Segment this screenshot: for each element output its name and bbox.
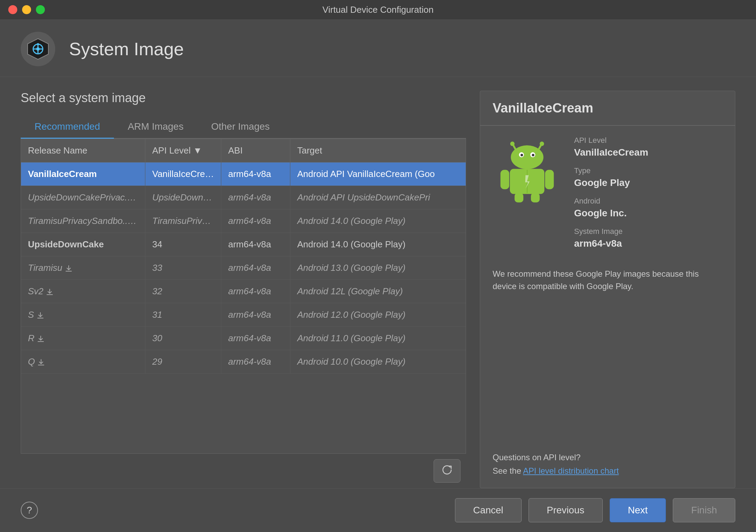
download-icon-6[interactable] [34, 309, 44, 320]
cell-abi-5: arm64-v8a [221, 280, 290, 303]
cell-release-5: Sv2 [21, 280, 145, 303]
type-label: Type [574, 166, 723, 175]
cell-abi-1: arm64-v8a [221, 186, 290, 209]
close-button[interactable] [8, 5, 17, 14]
tab-other-images[interactable]: Other Images [197, 116, 284, 139]
svg-point-4 [36, 47, 40, 51]
refresh-button[interactable] [434, 459, 461, 483]
svg-rect-26 [531, 193, 540, 202]
cell-api-2: TiramisuPrivacyS [145, 209, 221, 233]
finish-button: Finish [673, 498, 735, 522]
footer-right: Cancel Previous Next Finish [455, 498, 735, 522]
next-button[interactable]: Next [610, 498, 666, 522]
maximize-button[interactable] [36, 5, 45, 14]
cancel-button[interactable]: Cancel [455, 498, 522, 522]
cell-api-4: 33 [145, 256, 221, 279]
download-icon-4[interactable] [62, 263, 72, 273]
api-link-section: Questions on API level? See the API leve… [480, 451, 735, 488]
cell-target-3: Android 14.0 (Google Play) [290, 233, 466, 256]
table-row[interactable]: VanillaIceCreamVanillaIceCreamarm64-v8aA… [21, 162, 466, 186]
api-distribution-link[interactable]: API level distribution chart [523, 466, 619, 475]
svg-point-17 [511, 145, 544, 169]
cell-api-6: 31 [145, 303, 221, 326]
titlebar: Virtual Device Configuration [0, 0, 756, 19]
page-title: System Image [69, 39, 184, 59]
cell-api-5: 32 [145, 280, 221, 303]
download-icon-1[interactable] [132, 192, 142, 203]
android-label: Android [574, 197, 723, 206]
cell-abi-2: arm64-v8a [221, 209, 290, 233]
cell-target-1: Android API UpsideDownCakePri [290, 186, 466, 209]
see-text: See the [493, 466, 521, 475]
cell-api-7: 30 [145, 327, 221, 350]
cell-target-6: Android 12.0 (Google Play) [290, 303, 466, 326]
cell-abi-6: arm64-v8a [221, 303, 290, 326]
recommendation-text: We recommend these Google Play images be… [480, 268, 735, 451]
cell-abi-8: arm64-v8a [221, 350, 290, 373]
table-row[interactable]: S 31arm64-v8aAndroid 12.0 (Google Play) [21, 303, 466, 327]
tab-bar: Recommended ARM Images Other Images [21, 116, 466, 139]
table-header: Release Name API Level ▼ ABI Target [21, 139, 466, 162]
info-section: API Level VanillaIceCream Type Google Pl… [574, 136, 723, 257]
right-panel-body: API Level VanillaIceCream Type Google Pl… [480, 126, 735, 268]
app-icon [21, 32, 55, 66]
previous-button[interactable]: Previous [529, 498, 603, 522]
help-button[interactable]: ? [21, 502, 38, 519]
cell-target-4: Android 13.0 (Google Play) [290, 256, 466, 279]
android-robot [493, 136, 562, 257]
table-row[interactable]: UpsideDownCake34arm64-v8aAndroid 14.0 (G… [21, 233, 466, 256]
minimize-button[interactable] [22, 5, 31, 14]
page-header: System Image [0, 19, 756, 77]
table-row[interactable]: R 30arm64-v8aAndroid 11.0 (Google Play) [21, 327, 466, 350]
tab-arm-images[interactable]: ARM Images [114, 116, 197, 139]
cell-release-1: UpsideDownCakePrivac... [21, 186, 145, 209]
content-area: Select a system image Recommended ARM Im… [0, 77, 756, 488]
system-image-label: System Image [574, 227, 723, 236]
table-row[interactable]: Sv2 32arm64-v8aAndroid 12L (Google Play) [21, 280, 466, 303]
svg-point-15 [510, 141, 515, 146]
questions-text: Questions on API level? [493, 453, 581, 462]
svg-point-16 [540, 141, 544, 146]
tab-recommended[interactable]: Recommended [21, 116, 114, 139]
footer-left: ? [21, 502, 38, 519]
cell-target-5: Android 12L (Google Play) [290, 280, 466, 303]
svg-rect-24 [545, 170, 554, 189]
cell-api-8: 29 [145, 350, 221, 373]
cell-release-0: VanillaIceCream [21, 162, 145, 186]
table-row[interactable]: Tiramisu 33arm64-v8aAndroid 13.0 (Google… [21, 256, 466, 280]
footer: ? Cancel Previous Next Finish [0, 488, 756, 532]
cell-release-6: S [21, 303, 145, 326]
download-icon-5[interactable] [43, 286, 54, 296]
cell-target-2: Android 14.0 (Google Play) [290, 209, 466, 233]
svg-point-21 [532, 154, 534, 156]
right-panel-header: VanillaIceCream [480, 91, 735, 126]
cell-abi-3: arm64-v8a [221, 233, 290, 256]
section-title: Select a system image [21, 91, 466, 105]
cell-target-0: Android API VanillaIceCream (Goo [290, 162, 466, 186]
android-robot-svg [494, 136, 560, 205]
table-row[interactable]: Q 29arm64-v8aAndroid 10.0 (Google Play) [21, 350, 466, 374]
cell-api-3: 34 [145, 233, 221, 256]
download-icon-8[interactable] [35, 356, 45, 367]
download-icon-2[interactable] [130, 216, 140, 226]
table-row[interactable]: UpsideDownCakePrivac... UpsideDownCakarm… [21, 186, 466, 209]
cell-abi-0: arm64-v8a [221, 162, 290, 186]
svg-point-20 [521, 154, 523, 156]
table-footer [21, 454, 466, 488]
api-level-label: API Level [574, 136, 723, 145]
api-level-value: VanillaIceCream [574, 147, 723, 158]
svg-point-5 [37, 43, 39, 45]
cell-release-2: TiramisuPrivacySandbo... [21, 209, 145, 233]
download-icon-7[interactable] [35, 333, 45, 343]
system-image-table: Release Name API Level ▼ ABI Target Vani… [21, 139, 466, 454]
cell-abi-7: arm64-v8a [221, 327, 290, 350]
cell-api-0: VanillaIceCream [145, 162, 221, 186]
cell-target-7: Android 11.0 (Google Play) [290, 327, 466, 350]
table-row[interactable]: TiramisuPrivacySandbo... TiramisuPrivacy… [21, 209, 466, 233]
main-window: System Image Select a system image Recom… [0, 19, 756, 532]
col-header-api[interactable]: API Level ▼ [145, 139, 221, 162]
cell-target-8: Android 10.0 (Google Play) [290, 350, 466, 373]
type-value: Google Play [574, 177, 723, 188]
cell-release-4: Tiramisu [21, 256, 145, 279]
system-image-value: arm64-v8a [574, 238, 723, 249]
